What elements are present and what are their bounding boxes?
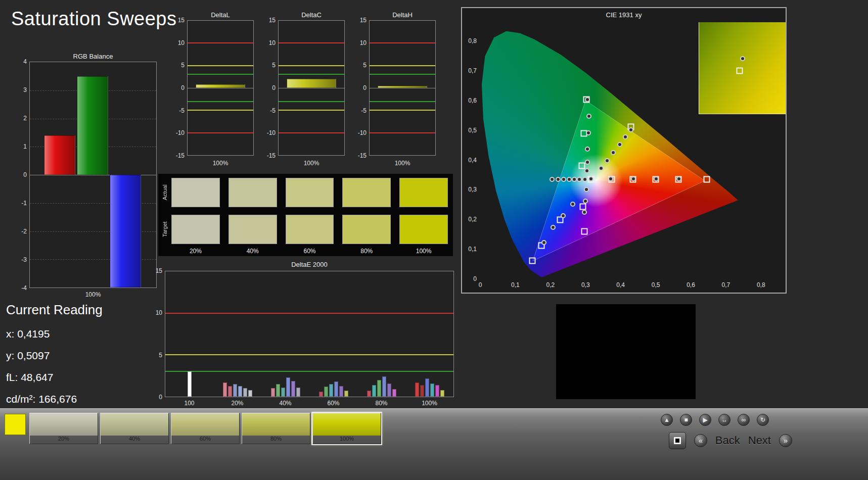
deltaC-tick-label: 15 <box>269 17 276 24</box>
deltaL-tick-label: -5 <box>179 107 185 114</box>
toolbar-swatch-label: 100% <box>313 436 381 444</box>
toolbar-swatch-80%[interactable]: 80% <box>242 413 310 444</box>
deltah-plot <box>369 20 436 156</box>
deltae-bar <box>392 389 396 397</box>
deltal-chart: DeltaL 151050-5-10-15 100% <box>170 11 260 175</box>
deltal-x-label: 100% <box>187 160 254 167</box>
rgb-balance-tick-label: -1 <box>21 200 27 207</box>
stop-icon[interactable]: ■ <box>680 414 692 426</box>
next-button[interactable]: Next <box>748 434 771 447</box>
deltae-2000-tick-label: 0 <box>159 394 162 401</box>
rgb-balance-bar-green <box>77 76 109 175</box>
deltaL-tick-label: -15 <box>176 152 185 159</box>
fit-width-icon[interactable]: ↔ <box>718 414 730 426</box>
deltaH-tick-label: 10 <box>360 39 367 46</box>
deltae-bar <box>420 385 424 397</box>
toolbar-swatch-label: 60% <box>171 436 239 444</box>
deltaH-tick-label: 15 <box>360 17 367 24</box>
cie-y-tick-label: 0,5 <box>468 127 477 134</box>
active-pattern-chip[interactable] <box>5 414 26 435</box>
deltae-group-40%: 40% <box>261 271 309 397</box>
eject-icon[interactable]: ▲ <box>661 414 673 426</box>
rgb-balance-tick-label: 4 <box>23 58 27 65</box>
loop-icon[interactable]: ∞ <box>738 414 750 426</box>
swatch-target-20% <box>171 215 220 244</box>
toolbar-swatch-label: 80% <box>242 436 310 444</box>
current-reading-heading: Current Reading <box>6 302 103 318</box>
deltaL-limit-line <box>188 101 253 102</box>
toolbar-swatch-color <box>30 413 98 436</box>
cie-y-tick-label: 0,3 <box>468 186 477 193</box>
toolbar-swatch-label: 40% <box>101 436 168 444</box>
deltaC-bar <box>287 79 337 88</box>
pattern-preview-window <box>556 304 696 399</box>
swatch-row-label-target: Target <box>161 215 168 244</box>
deltae-2000-plot: 10020%40%60%80%100% <box>165 271 454 397</box>
deltae-2000-tick-label: 5 <box>159 352 162 359</box>
deltaC-tick-label: 0 <box>272 84 276 91</box>
deltaC-limit-line <box>279 132 344 133</box>
sync-icon[interactable]: ↻ <box>757 414 769 426</box>
deltae-bar <box>188 371 192 397</box>
deltae-group-100: 100 <box>165 271 213 397</box>
cie-x-tick-label: 0,8 <box>757 281 765 289</box>
forward-chevrons-icon[interactable]: » <box>779 434 792 447</box>
rgb-balance-chart: RGB Balance 43210-1-2-3-4 100% <box>14 53 149 300</box>
deltae-bar <box>377 380 381 397</box>
deltaH-limit-line <box>370 42 435 43</box>
toolbar-swatch-color <box>242 413 310 436</box>
back-button[interactable]: Back <box>715 434 740 447</box>
deltac-chart: DeltaC 151050-5-10-15 100% <box>261 11 351 175</box>
deltaH-limit-line <box>370 132 435 133</box>
swatch-column-label: 20% <box>171 248 220 255</box>
deltaL-limit-line <box>188 74 253 75</box>
rgb-balance-y-axis: 43210-1-2-3-4 <box>15 62 28 288</box>
cie-y-tick-label: 0,8 <box>468 37 477 44</box>
back-chevrons-icon[interactable]: « <box>694 434 707 447</box>
deltac-y-axis: 151050-5-10-15 <box>262 20 277 156</box>
deltah-x-label: 100% <box>369 160 436 167</box>
toolbar-swatch-60%[interactable]: 60% <box>171 413 240 444</box>
swatch-column-labels: 20%40%60%80%100% <box>171 248 448 255</box>
deltae-bar <box>281 388 285 397</box>
play-icon[interactable]: ▶ <box>699 414 711 426</box>
pattern-window-button[interactable] <box>669 432 686 449</box>
deltae-bar <box>324 387 328 397</box>
cie-y-tick-label: 0,2 <box>468 216 477 223</box>
cie-x-tick-label: 0,4 <box>616 281 625 289</box>
cie-zoom-inset <box>699 22 786 114</box>
cie-y-tick-label: 0 <box>473 275 477 282</box>
deltaC-limit-line <box>279 42 344 43</box>
swatch-row-actual <box>171 178 448 207</box>
cie-x-tick-label: 0,5 <box>652 281 660 289</box>
toolbar-swatch-20%[interactable]: 20% <box>29 413 98 444</box>
rgb-balance-plot <box>29 62 157 288</box>
deltaC-limit-line <box>279 65 344 66</box>
cie-y-tick-label: 0,4 <box>468 157 477 164</box>
deltae-bar <box>425 378 429 397</box>
toolbar-swatch-color <box>313 413 381 436</box>
cie-x-tick-label: 0,2 <box>546 281 555 289</box>
deltaC-tick-label: 5 <box>272 62 276 69</box>
toolbar-swatch-strip: 20%40%60%80%100% <box>29 413 381 444</box>
deltae-bar <box>286 377 290 397</box>
deltal-plot <box>187 20 254 156</box>
toolbar-swatch-100%[interactable]: 100% <box>312 413 381 444</box>
swatch-column-label: 40% <box>229 248 277 255</box>
swatch-target-40% <box>229 215 277 244</box>
cie-1931-panel: CIE 1931 xy 00,10,20,30,40,50,60,70,8 00… <box>461 7 787 294</box>
deltaH-limit-line <box>370 65 435 66</box>
toolbar-swatch-40%[interactable]: 40% <box>100 413 169 444</box>
rgb-balance-title: RGB Balance <box>29 53 157 60</box>
deltae-bar <box>430 383 434 397</box>
deltaL-limit-line <box>188 110 253 111</box>
deltae-bar <box>296 388 300 397</box>
deltah-title: DeltaH <box>369 11 436 19</box>
deltaL-tick-label: 15 <box>178 17 185 24</box>
calibration-saturation-sweeps-page: Saturation Sweeps RGB Balance 43210-1-2-… <box>0 0 868 480</box>
deltae-bar <box>228 386 232 397</box>
deltae-bar <box>233 384 237 397</box>
bottom-toolbar: 20%40%60%80%100% ▲■▶↔∞↻ « Back Next » <box>0 408 868 480</box>
deltae-2000-title: DeltaE 2000 <box>165 261 454 268</box>
swatch-column-label: 80% <box>342 248 391 255</box>
